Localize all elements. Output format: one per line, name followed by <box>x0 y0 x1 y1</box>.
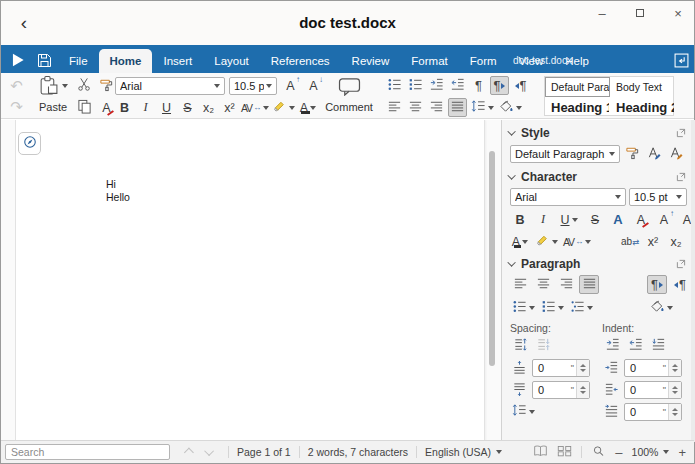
document-page[interactable]: Hi Hello <box>15 120 485 442</box>
clone-formatting-button[interactable] <box>97 76 116 95</box>
after-indent-spinbox[interactable]: 0" <box>624 381 682 399</box>
spin-buttons[interactable] <box>668 360 681 376</box>
paragraph-background-button[interactable] <box>497 98 523 117</box>
first-line-indent-spinbox[interactable]: 0" <box>624 403 682 421</box>
word-count[interactable]: 2 words, 7 characters <box>308 446 408 458</box>
sidebar-font-name-combo[interactable]: Arial <box>510 188 626 206</box>
italic-button[interactable]: I <box>136 98 155 117</box>
sidebar-highlight-button[interactable] <box>533 232 559 251</box>
grow-font-button[interactable]: A↑ <box>281 76 300 95</box>
subscript-button[interactable]: x₂ <box>199 98 218 117</box>
spin-buttons[interactable] <box>576 382 589 398</box>
sidebar-justify-button[interactable] <box>579 275 599 294</box>
formatting-marks-button[interactable]: ¶ <box>469 76 488 95</box>
style-dialog-launcher-icon[interactable] <box>676 124 686 142</box>
save-icon[interactable] <box>37 53 52 68</box>
collapse-toolbar-icon[interactable] <box>674 53 689 68</box>
multi-page-view-icon[interactable] <box>557 445 572 459</box>
single-page-view-icon[interactable] <box>533 445 548 459</box>
highlight-color-button[interactable] <box>271 98 295 117</box>
sidebar-align-center-button[interactable] <box>533 275 553 294</box>
paste-dropdown-caret[interactable] <box>62 84 68 88</box>
superscript-button[interactable]: x² <box>220 98 239 117</box>
spin-buttons[interactable] <box>668 382 681 398</box>
sidebar-strikethrough-button[interactable]: S <box>585 210 605 229</box>
sidebar-bullet-list-button[interactable] <box>510 298 536 317</box>
style-default-paragraph[interactable]: Default Paragr <box>545 77 610 97</box>
bold-button[interactable]: B <box>115 98 134 117</box>
font-size-combo[interactable]: 10.5 pt <box>229 77 277 95</box>
outline-list-button[interactable] <box>568 298 594 317</box>
style-section-header[interactable]: Style <box>510 125 686 140</box>
sidebar-ltr-button[interactable]: ¶ <box>647 275 667 294</box>
tab-review[interactable]: Review <box>341 49 401 73</box>
sidebar-subscript-button[interactable]: x₂ <box>666 232 686 251</box>
clear-formatting-button[interactable]: A <box>97 98 116 117</box>
navigator-button[interactable] <box>18 132 41 155</box>
sidebar-line-spacing-button[interactable] <box>510 402 536 421</box>
zoom-out-button[interactable]: – <box>615 445 622 460</box>
clone-formatting-sidebar-button[interactable] <box>623 144 642 163</box>
before-indent-spinbox[interactable]: 0" <box>624 359 682 377</box>
sidebar-font-size-combo[interactable]: 10.5 pt <box>629 188 687 206</box>
sidebar-increase-indent-button[interactable] <box>602 336 622 355</box>
hanging-indent-button[interactable] <box>648 336 668 355</box>
minimize-button[interactable]: – <box>594 5 610 21</box>
align-center-button[interactable] <box>406 98 425 117</box>
tab-format[interactable]: Format <box>400 49 458 73</box>
paragraph-dialog-launcher-icon[interactable] <box>676 255 686 273</box>
justify-button[interactable] <box>448 98 467 117</box>
tab-home[interactable]: Home <box>99 49 153 73</box>
shadow-button[interactable]: A <box>608 210 628 229</box>
tab-references[interactable]: References <box>260 49 341 73</box>
sidebar-underline-button[interactable]: U <box>556 210 582 229</box>
zoom-magnifier-icon[interactable] <box>591 445 606 459</box>
style-body-text[interactable]: Body Text <box>610 77 675 97</box>
zoom-level-selector[interactable]: 100% <box>632 446 670 458</box>
insert-comment-button[interactable]: Comment <box>323 75 375 117</box>
sidebar-decrease-indent-button[interactable] <box>625 336 645 355</box>
paragraph-style-combo[interactable]: Default Paragraph Style <box>510 145 620 163</box>
style-heading-1[interactable]: Heading 1 <box>545 97 610 117</box>
right-to-left-button[interactable]: ¶ <box>511 76 530 95</box>
character-section-header[interactable]: Character <box>510 169 686 184</box>
sidebar-clear-formatting-button[interactable]: A <box>631 210 651 229</box>
search-previous-icon[interactable] <box>184 447 194 457</box>
character-spacing-button[interactable]: AV↔ <box>241 98 269 117</box>
increase-indent-button[interactable] <box>427 76 446 95</box>
document-text[interactable]: Hi Hello <box>106 178 130 204</box>
below-spacing-spinbox[interactable]: 0" <box>532 381 590 399</box>
underline-button[interactable]: U <box>157 98 176 117</box>
copy-button[interactable] <box>75 98 94 117</box>
spin-buttons[interactable] <box>668 404 681 420</box>
cut-button[interactable] <box>75 76 94 95</box>
align-right-button[interactable] <box>427 98 446 117</box>
tab-file[interactable]: File <box>58 49 99 73</box>
font-color-button[interactable]: A <box>297 98 319 117</box>
sidebar-italic-button[interactable]: I <box>533 210 553 229</box>
document-vertical-scrollbar[interactable] <box>489 151 495 366</box>
paste-button[interactable]: Paste <box>31 75 75 117</box>
sidebar-numbered-list-button[interactable] <box>539 298 565 317</box>
language-selector[interactable]: English (USA) <box>425 446 502 458</box>
sidebar-scrollbar[interactable] <box>691 120 695 442</box>
sidebar-align-right-button[interactable] <box>556 275 576 294</box>
style-heading-2[interactable]: Heading 2 <box>610 97 675 117</box>
font-name-combo[interactable]: Arial <box>115 77 225 95</box>
sidebar-background-color-button[interactable] <box>648 298 674 317</box>
update-style-button[interactable] <box>645 144 664 163</box>
new-style-button[interactable] <box>667 144 686 163</box>
tab-form[interactable]: Form <box>459 49 508 73</box>
decrease-indent-button[interactable] <box>448 76 467 95</box>
undo-button[interactable]: ↶ <box>7 76 26 95</box>
sidebar-font-color-button[interactable]: A <box>510 232 530 251</box>
sidebar-bold-button[interactable]: B <box>510 210 530 229</box>
align-left-button[interactable] <box>385 98 404 117</box>
close-button[interactable]: × <box>670 5 686 21</box>
line-spacing-button[interactable] <box>469 98 495 117</box>
bullet-list-button[interactable] <box>385 76 404 95</box>
sidebar-superscript-button[interactable]: x² <box>643 232 663 251</box>
sidebar-align-left-button[interactable] <box>510 275 530 294</box>
maximize-button[interactable] <box>632 5 648 21</box>
spin-buttons[interactable] <box>576 360 589 376</box>
